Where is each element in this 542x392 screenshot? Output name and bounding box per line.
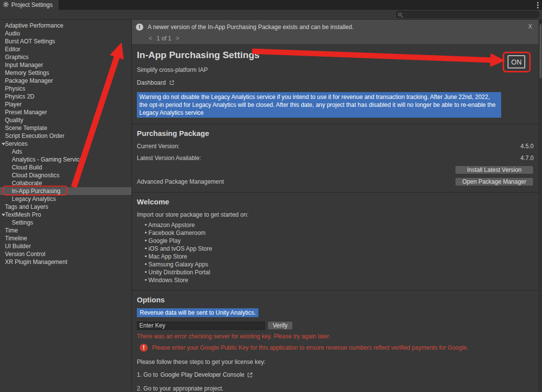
sidebar-item-tags-and-layers[interactable]: Tags and Layers <box>0 203 131 211</box>
open-package-manager-button[interactable]: Open Package Manager <box>455 177 534 186</box>
scroll-up-icon[interactable] <box>540 21 542 23</box>
step-1-prefix: 1. Go to <box>137 371 158 378</box>
foldout-icon[interactable] <box>1 143 5 145</box>
project-settings-window: Project Settings Adaptive Performance Au… <box>0 0 542 392</box>
info-icon: ! <box>136 24 143 31</box>
current-version-label: Current Version: <box>137 143 180 150</box>
sidebar-item-script-execution-order[interactable]: Script Execution Order <box>0 132 131 140</box>
latest-version-value: 4.7.0 <box>520 155 534 162</box>
external-link-icon[interactable] <box>247 372 253 378</box>
error-icon: ! <box>140 344 148 352</box>
search-icon <box>398 13 402 16</box>
sidebar-item-legacy-analytics[interactable]: Legacy Analytics <box>0 195 131 203</box>
tab-title: Project Settings <box>11 1 53 8</box>
notification-text: A newer version of the In-App Purchasing… <box>148 23 521 31</box>
step-1: 1. Go to Google Play Developer Console <box>137 371 539 378</box>
iap-toggle-on-button[interactable]: ON <box>508 55 525 68</box>
store-list-item: Facebook Gameroom <box>145 229 539 237</box>
store-list-item: Google Play <box>145 237 539 245</box>
sidebar-item-adaptive-performance[interactable]: Adaptive Performance <box>0 22 131 30</box>
sidebar-item-cloud-build[interactable]: Cloud Build <box>0 163 131 171</box>
advanced-package-management-label: Advanced Package Management <box>137 178 224 185</box>
sidebar-item-in-app-purchasing[interactable]: In-App Purchasing <box>0 187 131 195</box>
purchasing-package-heading: Purchasing Package <box>137 129 539 138</box>
store-list-item: Unity Distribution Portal <box>145 268 539 276</box>
sidebar-item-memory-settings[interactable]: Memory Settings <box>0 69 131 77</box>
step-2: 2. Go to your appropriate project. <box>137 385 539 392</box>
pager-next-button[interactable]: > <box>176 35 179 42</box>
notification-pager: < 1 of 1 > <box>136 31 535 43</box>
dashboard-link[interactable]: Dashboard <box>137 79 166 86</box>
external-link-icon[interactable] <box>169 80 175 86</box>
sidebar-item-quality[interactable]: Quality <box>0 116 131 124</box>
search-input[interactable] <box>396 11 540 18</box>
sidebar-item-ads[interactable]: Ads <box>0 148 131 156</box>
sidebar-item-textmesh-pro[interactable]: TextMesh Pro <box>0 211 131 219</box>
sidebar-item-input-manager[interactable]: Input Manager <box>0 61 131 69</box>
sidebar-item-analytics-gaming-services[interactable]: Analytics - Gaming Services <box>0 156 131 163</box>
sidebar-item-ui-builder[interactable]: UI Builder <box>0 242 131 250</box>
close-icon[interactable]: X <box>526 23 535 30</box>
store-list-item: Samsung Galaxy Apps <box>145 261 539 268</box>
sidebar-item-textmesh-settings[interactable]: Settings <box>0 219 131 227</box>
latest-version-label: Latest Version Available: <box>137 155 201 162</box>
sidebar-item-graphics[interactable]: Graphics <box>0 53 131 61</box>
sidebar-item-xr-plugin-management[interactable]: XR Plugin Management <box>0 258 131 266</box>
revenue-analytics-note: Revenue data will be sent to Unity Analy… <box>137 308 258 317</box>
kebab-menu-icon[interactable] <box>534 0 542 10</box>
google-key-error: ! Please enter your Google Public Key fo… <box>140 344 539 352</box>
store-list-item: Amazon Appstore <box>145 221 539 229</box>
welcome-intro: Import our store package to get started … <box>137 211 539 218</box>
simplify-iap-label: Simplify cross-platform IAP <box>137 66 539 73</box>
store-list-item: Mac App Store <box>145 253 539 261</box>
current-version-value: 4.5.0 <box>520 143 534 150</box>
sidebar-item-timeline[interactable]: Timeline <box>0 234 131 242</box>
sidebar-item-editor[interactable]: Editor <box>0 45 131 53</box>
sidebar-item-preset-manager[interactable]: Preset Manager <box>0 108 131 116</box>
google-key-error-text: Please enter your Google Public Key for … <box>152 344 468 351</box>
titlebar: Project Settings <box>0 0 542 10</box>
sidebar-item-services[interactable]: Services <box>0 140 131 148</box>
sidebar-item-time[interactable]: Time <box>0 227 131 234</box>
sidebar-item-scene-template[interactable]: Scene Template <box>0 124 131 132</box>
sidebar-item-collaborate[interactable]: Collaborate <box>0 179 131 187</box>
page-title: In-App Purchasing Settings <box>137 50 539 61</box>
section-divider <box>132 192 539 193</box>
welcome-heading: Welcome <box>137 197 539 206</box>
verify-button[interactable]: Verify <box>267 321 293 330</box>
google-public-key-input[interactable] <box>137 322 265 330</box>
tab-project-settings[interactable]: Project Settings <box>0 0 59 10</box>
sidebar-item-player[interactable]: Player <box>0 100 131 108</box>
sidebar-item-cloud-diagnostics[interactable]: Cloud Diagnostics <box>0 171 131 179</box>
pager-prev-button[interactable]: < <box>149 35 152 42</box>
notification-banner: ! A newer version of the In-App Purchasi… <box>132 20 539 45</box>
section-divider <box>132 290 539 291</box>
server-error-text: There was an error checking server for e… <box>137 333 539 340</box>
sidebar: Adaptive Performance Audio Burst AOT Set… <box>0 20 131 392</box>
pager-label: 1 of 1 <box>157 35 171 42</box>
legacy-analytics-warning: Warning do not disable the Legacy Analyt… <box>137 92 501 118</box>
sidebar-item-version-control[interactable]: Version Control <box>0 250 131 258</box>
store-list-item: Windows Store <box>145 276 539 284</box>
gear-icon <box>3 1 9 9</box>
license-steps-intro: Please follow these steps to get your li… <box>137 359 539 365</box>
scrollbar[interactable] <box>539 20 542 392</box>
content-pane: ! A newer version of the In-App Purchasi… <box>131 20 539 392</box>
foldout-icon[interactable] <box>1 214 5 216</box>
options-heading: Options <box>137 295 539 304</box>
store-list-item: iOS and tvOS App Store <box>145 245 539 253</box>
google-play-console-link[interactable]: Google Play Developer Console <box>160 371 245 378</box>
scrollbar-thumb[interactable] <box>540 24 542 78</box>
install-latest-version-button[interactable]: Install Latest Version <box>455 165 534 174</box>
sidebar-item-package-manager[interactable]: Package Manager <box>0 77 131 85</box>
sidebar-item-physics[interactable]: Physics <box>0 85 131 93</box>
section-divider <box>132 124 539 124</box>
sidebar-item-audio[interactable]: Audio <box>0 30 131 37</box>
store-list: Amazon Appstore Facebook Gameroom Google… <box>145 221 539 284</box>
sidebar-item-physics-2d[interactable]: Physics 2D <box>0 93 131 100</box>
toolbar <box>0 10 542 20</box>
sidebar-item-burst-aot-settings[interactable]: Burst AOT Settings <box>0 37 131 45</box>
